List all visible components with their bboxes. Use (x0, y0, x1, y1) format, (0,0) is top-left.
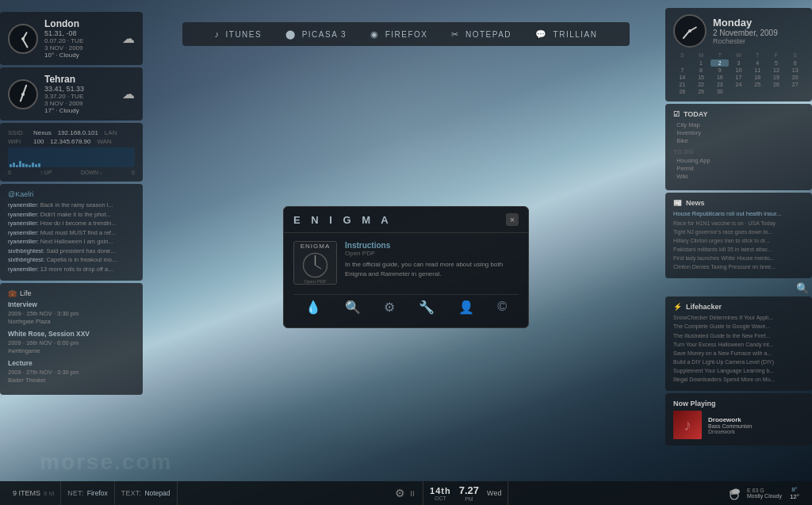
tb-time: 7.27 (459, 484, 479, 496)
wan-label: WAN (98, 138, 112, 145)
cal-days-row-1: 1 2 3 4 5 6 (673, 59, 804, 67)
enigma-water-icon[interactable]: 💧 (305, 300, 321, 315)
lh-icon: ⚡ (673, 303, 682, 311)
firefox-button[interactable]: ◉ FIREFOX (359, 26, 439, 43)
chat-line-4: ryanemiller: Next Halloween I am goin... (8, 238, 135, 247)
cal-days-row-5: 28 29 30 (673, 88, 804, 95)
itunes-button[interactable]: ♪ ITUNES (204, 26, 274, 42)
enigma-close-button[interactable]: × (506, 213, 519, 226)
chat-line-7: ryanemiller: 13 more rolls to drop off a… (8, 266, 135, 274)
down-val: 0 (132, 170, 135, 175)
lh-item-4: Save Money on a New Furnace with a... (673, 350, 804, 357)
lh-item-6: Supplement Your Language Learning b... (673, 367, 804, 374)
london-clock-dot (21, 37, 25, 40)
life-interview: Interview 2009 · 15th NOV · 3:30 pm Nort… (8, 300, 135, 325)
enigma-content: ENIGMA Open PDF Instructions Open PDF In… (293, 241, 519, 285)
white-rose-heading: White Rose, Session XXV (8, 330, 135, 338)
enigma-user-icon[interactable]: 👤 (458, 300, 474, 315)
cal-header: Monday 2 November, 2009 Rochester (673, 14, 804, 48)
picasa-button[interactable]: ⬤ PICASA 3 (274, 26, 358, 43)
enigma-thumbnail: ENIGMA Open PDF (293, 241, 337, 285)
life-lecture: Lecture 2009 · 27th NOV · 3:30 pm Bader … (8, 359, 135, 384)
tehran-clock-widget: Tehran 33.41, 51.33 3.37.20 · TUE 3 NOV … (0, 67, 143, 121)
cloud-icon-london: ☁ (122, 31, 135, 46)
network-widget: SSID Nexus 192.168.0.101 LAN WiFi 100 12… (0, 123, 143, 182)
tb-date-num: 14th (430, 486, 451, 495)
weather-info: E 63 G Mostly Cloudy (747, 488, 782, 499)
news-item-5: Clinton Denies Taxing Pressure on bree..… (673, 263, 804, 270)
lh-item-2: The Illustrated Guide to the New Firef..… (673, 332, 804, 339)
news-item-2: Hillary Clinton urges Iran to stick to d… (673, 237, 804, 244)
enigma-search-icon[interactable]: 🔍 (345, 300, 361, 315)
net-bar (25, 164, 28, 167)
news-item-4: First lady launches White House mento... (673, 254, 804, 262)
enigma-popup: E N I G M A × ENIGMA Open PDF Instructio… (283, 206, 529, 328)
chat-line-5: sixthbrightest: Said president has done.… (8, 247, 135, 256)
lh-item-7: Illegal Downloaders Spend More on Mu... (673, 376, 804, 383)
enigma-sub: Open PDF (345, 250, 519, 257)
interview-heading: Interview (8, 300, 135, 308)
london-clock-widget: London 51.31, -08 0.07.20 · TUE 3 NOV · … (0, 12, 143, 65)
tb-ampm: PM (459, 496, 479, 502)
net-bar (16, 165, 18, 167)
interview-date: 2009 · 15th NOV · 3:30 pm (8, 310, 135, 317)
search-icon[interactable]: 🔍 (665, 281, 812, 295)
lh-item-3: Turn Your Excess Halloween Candy int... (673, 341, 804, 348)
net-bar (13, 163, 15, 167)
interview-loc: Northgate Plaza (8, 318, 135, 325)
chat-line-1: ryanemiller: Didn't make it to the phot.… (8, 211, 135, 220)
enigma-tools-icon[interactable]: 🔧 (419, 300, 435, 315)
net-graph (8, 147, 135, 167)
weather-desc: Mostly Cloudy (747, 493, 782, 499)
cal-day: Monday (713, 17, 804, 29)
enigma-description: In the official guide, you can read more… (345, 260, 519, 279)
life-title: 💼 Life (8, 289, 135, 297)
tb-weather-section: E 63 G Mostly Cloudy 8° 12° (720, 481, 806, 505)
todo-item-0: Housing App (673, 157, 804, 164)
net-bar (35, 164, 37, 167)
right-panel: Monday 2 November, 2009 Rochester S M T … (665, 0, 812, 505)
net-bar (38, 163, 40, 167)
london-city: London (44, 18, 116, 29)
tb-items-section: 9 ITEMS 8 M (6, 481, 61, 505)
firefox-taskbar-label[interactable]: Firefox (87, 489, 108, 497)
gear-icon[interactable]: ⚙ (395, 487, 405, 499)
pause-icon[interactable]: ⏸ (408, 489, 416, 498)
enigma-settings-icon[interactable]: ⚙ (384, 300, 395, 315)
enigma-thumb-svg (301, 251, 329, 279)
news-title: 📰 News (673, 199, 804, 207)
white-rose-tag: #writingame (8, 347, 135, 354)
tb-net-section: NET: Firefox (61, 481, 114, 505)
chat-username: @Kaelri (8, 190, 135, 198)
lh-item-0: SnowChecker Determines If Your Appli... (673, 314, 804, 321)
cal-date: 2 November, 2009 (713, 29, 804, 37)
net-stats: 0 ↑ UP DOWN ↓ 0 (8, 170, 135, 175)
tehran-clock-dot (21, 93, 25, 96)
london-coords: 51.31, -08 (44, 29, 116, 37)
tehran-city: Tehran (44, 74, 116, 85)
tb-month: OCT (430, 495, 451, 501)
tb-gear-section: ⚙ ⏸ (389, 481, 423, 505)
down-direction: DOWN ↓ (81, 170, 103, 175)
net-bar (32, 163, 34, 167)
london-date: 0.07.20 · TUE (44, 37, 116, 44)
enigma-info: Instructions Open PDF In the official gu… (345, 241, 519, 285)
news-widget: 📰 News House Republicans roll out health… (665, 193, 812, 278)
today-item-1: Inventory (673, 129, 804, 136)
lan-label: LAN (105, 129, 117, 136)
cal-days-row-3: 14 15 16 17 18 19 20 (673, 74, 804, 81)
notepad-button[interactable]: ✂ NOTEPAD (440, 26, 523, 43)
cal-location: Rochester (713, 37, 804, 45)
enigma-link[interactable]: Instructions (345, 241, 519, 250)
net-label: NET: (67, 489, 83, 497)
cal-dow-row: S M T W T F S (673, 52, 804, 58)
trillian-button[interactable]: 💬 TRILLIAN (524, 26, 608, 43)
enigma-copyright-icon[interactable]: © (497, 300, 507, 315)
notepad-taskbar-label[interactable]: Notepad (144, 489, 170, 497)
todo-item-2: Wiki (673, 173, 804, 180)
white-rose-date: 2009 · 16th NOV · 6:00 pm (8, 339, 135, 346)
today-item-0: City Map (673, 121, 804, 128)
net-bar (10, 164, 12, 167)
items-count: 9 ITEMS (13, 489, 40, 497)
chat-line-6: sixthbrightest: Capella is in freakout m… (8, 256, 135, 265)
